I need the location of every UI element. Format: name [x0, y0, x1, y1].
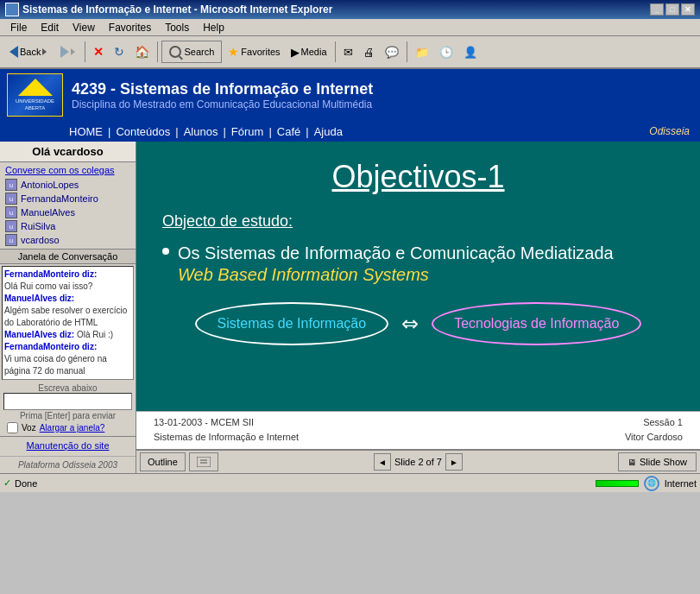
converse-link[interactable]: Converse com os colegas	[0, 162, 136, 176]
print-icon: 🖨	[363, 46, 375, 59]
footer-date: 13-01-2003 - MCEM SII	[154, 415, 299, 431]
progress-bar	[596, 480, 639, 487]
chat-author-1: ManuelAlves diz:	[4, 294, 74, 303]
forward-dropdown-icon	[71, 48, 75, 55]
user-fernanda-name: FernandaMonteiro	[21, 193, 98, 204]
media-icon: ▶	[291, 46, 300, 59]
user-manuel-icon: u	[5, 206, 17, 218]
menu-tools[interactable]: Tools	[158, 22, 196, 34]
voz-checkbox[interactable]	[7, 422, 18, 433]
menu-file[interactable]: File	[3, 22, 34, 34]
oval-right-text: Tecnologias de Informação	[454, 316, 619, 331]
chat-input-field[interactable]	[3, 393, 132, 410]
nav-right-text: Odisseia	[649, 125, 697, 137]
prev-arrow-icon: ◄	[378, 458, 387, 467]
manutencao-link[interactable]: Manutenção do site	[5, 440, 130, 451]
chat-options: Voz Alargar a janela?	[3, 421, 132, 434]
separator-4	[407, 41, 407, 62]
favorites-label: Favorites	[241, 47, 280, 57]
status-left: ✓ Done	[3, 477, 37, 489]
university-logo: UNIVERSIDADE ABERTA	[7, 73, 63, 117]
chat-author-2: ManuelAlves diz:	[4, 330, 74, 339]
stop-button[interactable]: ✕	[89, 39, 108, 65]
discuss-icon: 💬	[385, 46, 399, 59]
user-rui[interactable]: u RuiSilva	[3, 219, 132, 233]
internet-zone-icon: 🌐	[644, 476, 659, 491]
content-area: Olá vcardoso Converse com os colegas u A…	[0, 142, 700, 473]
footer-session: Sessão 1	[625, 415, 683, 431]
favorites-icon: ★	[228, 45, 239, 59]
title-bar: Sistemas de Informação e Internet - Micr…	[0, 0, 700, 19]
history-button[interactable]: 🕒	[435, 39, 457, 65]
menu-edit[interactable]: Edit	[34, 22, 66, 34]
forward-button[interactable]	[54, 39, 81, 65]
svg-rect-0	[197, 457, 211, 467]
print-button[interactable]: 🖨	[359, 39, 379, 65]
refresh-icon: ↻	[114, 45, 124, 59]
window-title: Sistemas de Informação e Internet - Micr…	[22, 3, 332, 16]
home-button[interactable]: 🏠	[130, 39, 154, 65]
slide-indicator: Slide 2 of 7	[394, 457, 442, 467]
arrow-symbol: ⇔	[401, 312, 419, 336]
separator-3	[335, 41, 336, 62]
oval-left: Sistemas de Informação	[195, 302, 389, 345]
media-button[interactable]: ▶ Media	[287, 39, 331, 65]
menu-favorites[interactable]: Favorites	[102, 22, 158, 34]
slideshow-button[interactable]: 🖥 Slide Show	[618, 452, 697, 471]
nav-forum[interactable]: Fórum	[226, 125, 269, 138]
close-button[interactable]: ✕	[681, 3, 695, 16]
bullet-italic-text: Web Based Information Systems	[178, 265, 614, 285]
chat-messages: FernandaMonteiro diz: Olá Rui como vai i…	[2, 266, 134, 380]
discuss-button[interactable]: 💬	[381, 39, 403, 65]
stop-icon: ✕	[93, 45, 104, 59]
user-manuel[interactable]: u ManuelAlves	[3, 205, 132, 219]
nav-conteudos[interactable]: Conteúdos	[110, 125, 175, 138]
nav-alunos[interactable]: Alunos	[179, 125, 224, 138]
user-fernanda-icon: u	[5, 193, 17, 205]
menu-view[interactable]: View	[66, 22, 102, 34]
slide-section-title: Objecto de estudo:	[162, 212, 674, 231]
back-button[interactable]: Back	[3, 39, 53, 65]
voz-label: Voz	[22, 423, 36, 433]
slide-next-button[interactable]: ►	[445, 453, 463, 471]
check-icon: ✓	[3, 477, 11, 489]
slide-prev-button[interactable]: ◄	[374, 453, 391, 471]
bullet-main-text: Os Sistemas de Informação e Comunicação …	[178, 241, 614, 265]
refresh-button[interactable]: ↻	[110, 39, 129, 65]
mail-button[interactable]: ✉	[339, 39, 357, 65]
nav-cafe[interactable]: Café	[272, 125, 306, 138]
nav-ajuda[interactable]: Ajuda	[309, 125, 348, 138]
search-button[interactable]: Search	[161, 41, 222, 63]
user-button[interactable]: 👤	[459, 39, 482, 65]
user-antonio[interactable]: u AntonioLopes	[3, 178, 132, 192]
minimize-button[interactable]: _	[650, 3, 664, 16]
user-fernanda[interactable]: u FernandaMonteiro	[3, 192, 132, 205]
forward-arrow-icon	[60, 46, 69, 58]
chat-msg-2: ManuelAlves diz: Olà Rui :)	[4, 329, 131, 341]
slide-icon-button[interactable]	[189, 452, 218, 471]
folder-button[interactable]: 📁	[411, 39, 433, 65]
nav-home[interactable]: HOME	[64, 125, 108, 138]
menu-help[interactable]: Help	[196, 22, 231, 34]
status-text: Done	[15, 478, 37, 489]
back-dropdown-icon	[42, 48, 47, 55]
alargar-link[interactable]: Alargar a janela?	[40, 423, 105, 433]
maximize-button[interactable]: □	[665, 3, 679, 16]
monitor-icon: 🖥	[627, 458, 636, 467]
user-rui-name: RuiSilva	[21, 221, 55, 231]
outline-button[interactable]: Outline	[140, 452, 186, 471]
user-vcardoso[interactable]: u vcardoso	[3, 233, 132, 247]
bullet-content: Os Sistemas de Informação e Comunicação …	[178, 241, 614, 285]
oval-right: Tecnologias de Informação	[432, 302, 641, 345]
slide-footer: 13-01-2003 - MCEM SII Sistemas de Inform…	[136, 411, 700, 449]
favorites-button[interactable]: ★ Favorites	[224, 39, 284, 65]
chat-msg-0: FernandaMonteiro diz: Olá Rui como vai i…	[4, 269, 131, 293]
user-vcardoso-icon: u	[5, 234, 17, 246]
title-bar-left: Sistemas de Informação e Internet - Micr…	[5, 3, 332, 16]
search-label: Search	[184, 47, 214, 57]
back-arrow-icon	[9, 46, 18, 58]
logo-text: UNIVERSIDADE ABERTA	[8, 98, 62, 111]
sidebar-users: u AntonioLopes u FernandaMonteiro u Manu…	[0, 176, 136, 249]
back-label: Back	[20, 47, 41, 57]
chat-text-1: Algém sabe resolver o exercício do Labor…	[4, 306, 127, 327]
